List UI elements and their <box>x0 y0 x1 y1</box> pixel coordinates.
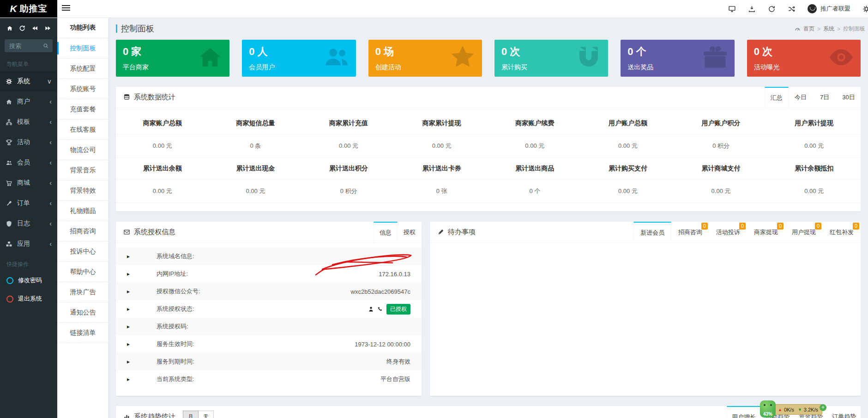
submenu-item-system-account[interactable]: 系统账号 <box>57 79 108 99</box>
auth-row-auth-code[interactable]: ▸ 系统授权码: <box>116 318 422 335</box>
tab-authorize[interactable]: 授权 <box>398 222 422 242</box>
caret-right-icon[interactable]: ▸ <box>127 288 133 295</box>
submenu-item-bg-effect[interactable]: 背景特效 <box>57 181 108 201</box>
app-logo[interactable]: K 助推宝 <box>0 0 57 18</box>
stat-cards: 0 家 平台商家 0 人 会员用户 0 场 创建活动 0 次 累计购买 0 个 … <box>116 40 861 77</box>
auth-row-wechat-account[interactable]: ▸ 授权微信公众号: wxc2b52dac2069547c <box>116 283 422 300</box>
caret-right-icon[interactable]: ▸ <box>127 323 133 330</box>
tab-today[interactable]: 今日 <box>789 87 813 108</box>
top-navbar: K 助推宝 推广者联盟 <box>0 0 868 18</box>
tab-redpacket-reissue[interactable]: 红包补发 0 <box>823 222 861 242</box>
reload-icon[interactable] <box>19 25 25 32</box>
home-icon[interactable] <box>6 25 13 32</box>
submenu-item-dashboard[interactable]: 控制面板 <box>57 38 108 59</box>
sidebar-toggle-button[interactable] <box>62 5 70 12</box>
star-icon <box>449 43 476 71</box>
auth-row-intranet-ip[interactable]: ▸ 内网IP地址: 172.16.0.13 <box>116 265 422 283</box>
submenu-item-bg-music[interactable]: 背景音乐 <box>57 160 108 181</box>
home-icon <box>196 43 224 71</box>
forward-icon[interactable] <box>44 25 51 32</box>
tab-activity-complaints[interactable]: 活动投诉 0 <box>709 222 747 242</box>
caret-right-icon[interactable]: ▸ <box>127 358 133 365</box>
submenu-item-logistics[interactable]: 物流公司 <box>57 140 108 160</box>
envelope-icon <box>123 229 130 236</box>
user-menu[interactable]: 推广者联盟 <box>808 4 850 13</box>
submenu-item-slider-ad[interactable]: 滑块广告 <box>57 282 108 303</box>
bar-chart-icon <box>123 413 130 418</box>
cubes-icon <box>6 241 12 248</box>
sidebar-item-log[interactable]: 日志 ‹ <box>0 213 57 234</box>
tab-business-consult[interactable]: 招商咨询 0 <box>671 222 709 242</box>
submenu-item-gifts[interactable]: 礼物赠品 <box>57 201 108 221</box>
caret-right-icon[interactable]: ▸ <box>127 306 133 312</box>
system-data-stats-panel: 系统数据统计 汇总 今日 7日 30日 商家账户总额商家短信总量商家累计充值商家… <box>116 87 861 212</box>
card-member-users: 0 人 会员用户 <box>242 40 356 77</box>
main-sidebar: 导航菜单 系统 ∨ 商户 ‹ 模板 ‹ 活动 ‹ 会员 ‹ 商城 <box>0 18 57 418</box>
sidebar-item-member[interactable]: 会员 ‹ <box>0 152 57 173</box>
submenu-item-link-list[interactable]: 链接清单 <box>57 323 108 343</box>
tab-user-withdraw[interactable]: 用户提现 0 <box>785 222 823 242</box>
plus-button[interactable]: + <box>820 404 826 411</box>
month-button[interactable]: 月 <box>183 411 199 418</box>
settings-gear-icon[interactable] <box>862 5 868 13</box>
floating-monitor-widget[interactable]: 43% ▲ 0K/s ▼ 3.2K/s + <box>760 400 826 418</box>
logo-text: 助推宝 <box>20 3 48 15</box>
submenu-item-complaint-center[interactable]: 投诉中心 <box>57 242 108 262</box>
breadcrumb-current: 控制面板 <box>843 25 865 33</box>
download-icon[interactable] <box>748 5 756 13</box>
auth-row-auth-status[interactable]: ▸ 系统授权状态: 已授权 <box>116 300 422 318</box>
breadcrumb-system[interactable]: 系统 <box>823 25 834 33</box>
card-created-activities: 0 场 创建活动 <box>368 40 482 77</box>
auth-row-service-start[interactable]: ▸ 服务生效时间: 1973-12-12 00:00:00 <box>116 335 422 353</box>
caret-right-icon[interactable]: ▸ <box>127 271 133 277</box>
quick-change-password[interactable]: 修改密码 <box>0 271 57 290</box>
submenu-item-online-service[interactable]: 在线客服 <box>57 120 108 140</box>
user-name: 推广者联盟 <box>820 5 850 13</box>
tab-merchant-withdraw[interactable]: 商家提现 0 <box>747 222 785 242</box>
refresh-icon[interactable] <box>768 5 776 13</box>
sidebar-item-mall[interactable]: 商城 ‹ <box>0 173 57 193</box>
gift-icon <box>701 43 729 71</box>
breadcrumb-home[interactable]: 首页 <box>803 25 814 33</box>
tab-summary[interactable]: 汇总 <box>765 87 789 108</box>
auth-row-system-type[interactable]: ▸ 当前系统类型: 平台自营版 <box>116 370 422 388</box>
sidebar-item-merchant[interactable]: 商户 ‹ <box>0 91 57 112</box>
trend-stats-panel: 系统趋势统计 月 天 用户增长 活动趋势 资金趋势 订单趋势 1 <box>116 406 861 418</box>
tab-order-trend[interactable]: 订单趋势 <box>827 406 861 418</box>
caret-right-icon[interactable]: ▸ <box>127 376 133 382</box>
sidebar-item-template[interactable]: 模板 ‹ <box>0 112 57 132</box>
tab-30days[interactable]: 30日 <box>837 87 861 108</box>
shuffle-icon[interactable] <box>788 5 796 13</box>
download-speed: 3.2K/s <box>804 407 818 412</box>
submenu-item-help-center[interactable]: 帮助中心 <box>57 262 108 282</box>
user-avatar <box>808 4 817 13</box>
submenu-item-notice[interactable]: 通知公告 <box>57 303 108 323</box>
tab-7days[interactable]: 7日 <box>813 87 837 108</box>
sidebar-item-order[interactable]: 订单 ‹ <box>0 193 57 213</box>
battery-mascot-icon[interactable]: 43% <box>760 400 776 418</box>
tab-user-growth[interactable]: 用户增长 <box>727 406 761 418</box>
backward-icon[interactable] <box>32 25 38 32</box>
todo-empty-body <box>430 243 861 396</box>
pen-icon <box>437 229 444 236</box>
sidebar-item-app[interactable]: 应用 ‹ <box>0 234 57 254</box>
tab-new-members[interactable]: 新进会员 <box>633 222 671 242</box>
sidebar-item-activity[interactable]: 活动 ‹ <box>0 132 57 152</box>
submenu-item-recharge-package[interactable]: 充值套餐 <box>57 99 108 120</box>
search-input[interactable] <box>8 42 43 50</box>
monitor-icon[interactable] <box>728 5 736 13</box>
submenu-item-system-config[interactable]: 系统配置 <box>57 59 108 79</box>
day-button[interactable]: 天 <box>199 411 214 418</box>
circle-icon <box>6 277 13 284</box>
tab-info[interactable]: 信息 <box>374 222 398 242</box>
sidebar-item-system[interactable]: 系统 ∨ <box>0 71 57 91</box>
network-speed-pill[interactable]: ▲ 0K/s ▼ 3.2K/s <box>774 404 822 415</box>
caret-right-icon[interactable]: ▸ <box>127 341 133 347</box>
quick-logout[interactable]: 退出系统 <box>0 290 57 308</box>
submenu-item-business-consult[interactable]: 招商咨询 <box>57 221 108 242</box>
caret-right-icon[interactable]: ▸ <box>127 253 133 260</box>
trophy-icon <box>6 139 12 146</box>
auth-row-service-expire[interactable]: ▸ 服务到期时间: 终身有效 <box>116 353 422 370</box>
auth-row-domain[interactable]: ▸ 系统域名信息: <box>116 248 422 265</box>
search-icon[interactable] <box>43 43 49 49</box>
